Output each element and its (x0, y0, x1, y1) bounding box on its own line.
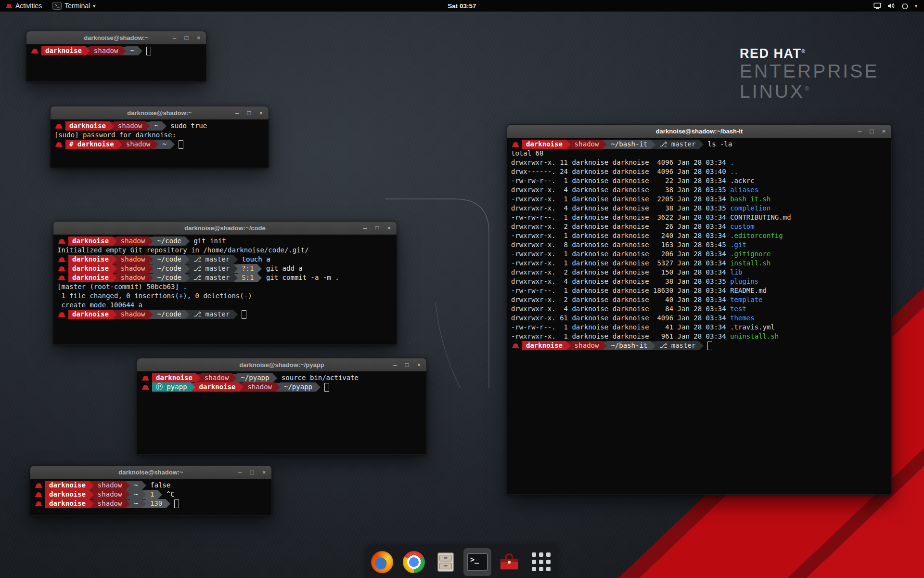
display-icon (873, 2, 881, 9)
terminal-text: README.md (730, 286, 767, 295)
toolbox-icon[interactable] (495, 548, 523, 576)
terminal-text: plugins (730, 277, 758, 286)
powerline-separator-icon (566, 342, 571, 350)
terminal-line: # darknoiseshadow~ (54, 140, 265, 149)
prompt-segment: darknoise (65, 121, 110, 131)
clock[interactable]: Sat 03:57 (0, 2, 924, 10)
terminal-line: drwxrwxr-x. 4 darknoise darknoise 38 Jan… (511, 277, 887, 286)
terminal-window-home-1[interactable]: darknoise@shadow:~ – □ × darknoiseshadow… (26, 31, 206, 82)
terminal-content[interactable]: darknoiseshadow~ sudo true[sudo] passwor… (51, 119, 269, 168)
minimize-button[interactable]: – (392, 362, 398, 368)
prompt-segment: ~/code (153, 273, 185, 282)
window-titlebar[interactable]: darknoise@shadow:~ – □ × (26, 31, 206, 45)
rhel-logo-redhat: RED HAT® (740, 46, 879, 61)
terminal-cursor (179, 140, 183, 149)
terminal-icon[interactable]: >_ (463, 548, 491, 576)
close-button[interactable]: × (881, 128, 887, 134)
powerline-separator-icon (276, 383, 280, 392)
maximize-button[interactable]: □ (869, 128, 875, 134)
terminal-content[interactable]: darknoiseshadow~/bash-it⎇ master ls -lat… (507, 138, 891, 494)
terminal-text: .travis.yml (730, 323, 775, 332)
terminal-content[interactable]: darknoiseshadow~ (26, 44, 206, 81)
maximize-button[interactable]: □ (183, 35, 190, 41)
maximize-button[interactable]: □ (404, 362, 410, 368)
close-button[interactable]: × (416, 362, 422, 368)
rhel-logo-linux: LINUX® (740, 81, 879, 102)
terminal-text: touch a (238, 255, 270, 264)
prompt-segment: ~/pyapp (237, 373, 273, 382)
powerline-separator-icon (603, 342, 607, 350)
prompt-segment: shadow (122, 140, 154, 149)
terminal-text: drwxrwxr-x. 2 darknoise darknoise 26 Jan… (511, 222, 730, 231)
window-titlebar[interactable]: darknoise@shadow:~/bash-it – □ × (507, 125, 891, 138)
terminal-text: -rw-rw-r--. 1 darknoise darknoise 41 Jan… (511, 323, 730, 332)
terminal-line: drwxrwxr-x. 2 darknoise darknoise 26 Jan… (511, 222, 887, 231)
minimize-button[interactable]: – (857, 128, 863, 134)
window-titlebar[interactable]: darknoise@shadow:~/pyapp – □ × (137, 358, 426, 372)
minimize-button[interactable]: – (237, 469, 243, 475)
terminal-window-pyapp[interactable]: darknoise@shadow:~/pyapp – □ × darknoise… (137, 358, 427, 455)
terminal-line: create mode 100644 a (57, 301, 393, 310)
files-icon[interactable] (432, 548, 460, 576)
terminal-line: -rwxrwxr-x. 1 darknoise darknoise 2205 J… (511, 195, 887, 204)
redhat-prompt-icon (58, 275, 65, 281)
close-button[interactable]: × (258, 110, 264, 116)
powerline-separator-icon (113, 255, 117, 264)
terminal-text: Initialized empty Git repository in /hom… (57, 246, 309, 255)
terminal-cursor (174, 499, 179, 508)
terminal-content[interactable]: darknoiseshadow~/pyapp source bin/activa… (137, 371, 426, 454)
app-menu-button[interactable]: >_ Terminal ▾ (48, 0, 100, 12)
terminal-text: .. (730, 167, 738, 176)
prompt-segment: darknoise (45, 490, 90, 499)
close-button[interactable]: × (195, 35, 202, 41)
chrome-icon[interactable] (400, 548, 428, 576)
powerline-separator-icon (185, 237, 190, 246)
terminal-line: drwxrwxr-x. 4 darknoise darknoise 84 Jan… (511, 304, 887, 314)
terminal-text: uninstall.sh (730, 332, 779, 341)
close-button[interactable]: × (386, 225, 392, 231)
minimize-button[interactable]: – (234, 110, 240, 116)
dock: >_ (365, 546, 558, 578)
rhel-logo: RED HAT® ENTERPRISE LINUX® (740, 46, 879, 102)
terminal-window-sudo[interactable]: darknoise@shadow:~ – □ × darknoiseshadow… (50, 106, 269, 168)
app-grid-icon[interactable] (527, 548, 555, 576)
activities-button[interactable]: Activities (0, 0, 48, 12)
minimize-button[interactable]: – (362, 225, 368, 231)
window-titlebar[interactable]: darknoise@shadow:~/code – □ × (53, 222, 397, 235)
maximize-button[interactable]: □ (374, 225, 380, 231)
terminal-line: 1 file changed, 0 insertions(+), 0 delet… (57, 291, 393, 301)
maximize-button[interactable]: □ (249, 469, 255, 475)
prompt-segment: shadow (571, 341, 603, 350)
terminal-text: themes (730, 314, 755, 323)
terminal-text: drwxrwxr-x. 4 darknoise darknoise 84 Jan… (511, 304, 730, 314)
powerline-separator-icon (273, 374, 277, 382)
window-titlebar[interactable]: darknoise@shadow:~ – □ × (30, 466, 271, 479)
redhat-prompt-icon (512, 342, 519, 349)
prompt-segment: shadow (94, 481, 126, 490)
powerline-separator-icon (170, 140, 175, 149)
maximize-button[interactable]: □ (246, 110, 252, 116)
powerline-separator-icon (185, 274, 190, 282)
power-icon (901, 2, 909, 10)
close-button[interactable]: × (261, 469, 267, 475)
powerline-separator-icon (166, 499, 170, 508)
terminal-content[interactable]: darknoiseshadow~/code git initInitialize… (53, 235, 397, 344)
powerline-separator-icon (185, 255, 190, 264)
powerline-separator-icon (113, 310, 117, 319)
window-title: darknoise@shadow:~/pyapp (239, 361, 324, 368)
prompt-segment: shadow (117, 264, 149, 273)
terminal-text: false (146, 481, 171, 490)
system-status-area[interactable]: ▾ (870, 0, 921, 12)
window-titlebar[interactable]: darknoise@shadow:~ – □ × (51, 106, 269, 120)
prompt-segment: ~ (126, 46, 138, 55)
terminal-content[interactable]: darknoiseshadow~ falsedarknoiseshadow~1 … (30, 479, 271, 515)
powerline-separator-icon (113, 264, 117, 273)
terminal-window-home-2[interactable]: darknoise@shadow:~ – □ × darknoiseshadow… (30, 465, 272, 516)
prompt-segment: ~/code (153, 236, 185, 246)
terminal-window-code[interactable]: darknoise@shadow:~/code – □ × darknoises… (53, 221, 397, 345)
minimize-button[interactable]: – (171, 35, 178, 41)
firefox-icon[interactable] (368, 548, 396, 576)
terminal-line: -rw-rw-r--. 1 darknoise darknoise 3622 J… (511, 213, 887, 222)
prompt-segment: ⎇ master (190, 310, 233, 319)
terminal-window-bash-it[interactable]: darknoise@shadow:~/bash-it – □ × darknoi… (507, 124, 892, 495)
